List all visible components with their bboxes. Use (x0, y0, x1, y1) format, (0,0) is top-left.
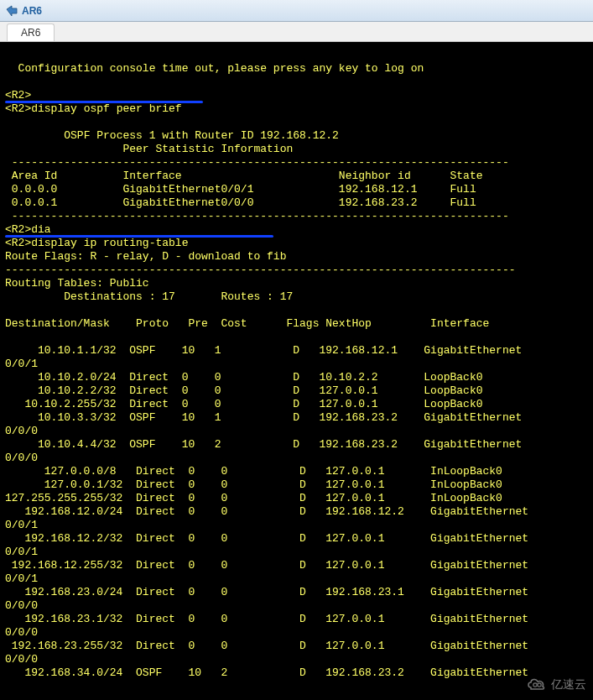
annotation-underline (5, 235, 273, 238)
command-routing: display ip routing-table (31, 237, 188, 249)
routing-title: Routing Tables: Public (5, 277, 149, 290)
route-row: 127.0.0.1/32 Direct 0 0 D 127.0.0.1 InLo… (5, 478, 502, 491)
ospf-peer-header: Peer Statistic Information (5, 143, 293, 155)
tabbar: AR6 (0, 22, 593, 42)
route-row: 192.168.34.0/24 OSPF 10 2 D 192.168.23.2… (5, 666, 528, 679)
prompt: <R2> (5, 102, 31, 115)
partial-cmd: dia (31, 223, 50, 236)
route-row: 0/0/0 (5, 452, 38, 464)
titlebar-title: AR6 (22, 5, 42, 17)
route-row: 192.168.23.0/24 Direct 0 0 D 192.168.23.… (5, 586, 528, 598)
ospf-row: 0.0.0.1 GigabitEthernet0/0/0 192.168.23.… (5, 196, 476, 209)
prompt: <R2> (5, 89, 31, 102)
dashline: ----------------------------------------… (5, 210, 509, 222)
route-row: 10.10.1.1/32 OSPF 10 1 D 192.168.12.1 Gi… (5, 344, 522, 357)
route-row: 192.168.23.1/32 Direct 0 0 D 127.0.0.1 G… (5, 613, 528, 625)
route-row: 0/0/0 (5, 425, 38, 437)
terminal[interactable]: Configuration console time out, please p… (0, 42, 593, 700)
dashline: ----------------------------------------… (5, 156, 509, 169)
route-row: 192.168.12.255/32 Direct 0 0 D 127.0.0.1… (5, 559, 528, 572)
titlebar: AR6 (0, 0, 593, 22)
watermark-text: 亿速云 (551, 677, 586, 692)
prompt: <R2> (5, 237, 31, 249)
app-icon (5, 4, 18, 18)
route-row: 127.0.0.0/8 Direct 0 0 D 127.0.0.1 InLoo… (5, 465, 502, 478)
command-ospf: display ospf peer brief (31, 102, 181, 115)
routing-summary: Destinations : 17 Routes : 17 (5, 290, 293, 303)
route-row: 192.168.12.0/24 Direct 0 0 D 192.168.12.… (5, 505, 528, 518)
dashline: ----------------------------------------… (5, 264, 516, 276)
route-flags: Route Flags: R - relay, D - download to … (5, 250, 286, 263)
route-row: 10.10.4.4/32 OSPF 10 2 D 192.168.23.2 Gi… (5, 438, 522, 451)
ospf-row: 0.0.0.0 GigabitEthernet0/0/1 192.168.12.… (5, 183, 476, 196)
route-row: 0/0/1 (5, 572, 38, 585)
route-row: 10.10.2.255/32 Direct 0 0 D 127.0.0.1 Lo… (5, 398, 483, 410)
route-row: 0/0/1 (5, 546, 38, 558)
route-row: 10.10.3.3/32 OSPF 10 1 D 192.168.23.2 Gi… (5, 411, 522, 424)
route-row: 192.168.23.255/32 Direct 0 0 D 127.0.0.1… (5, 640, 528, 652)
route-row: 192.168.12.2/32 Direct 0 0 D 127.0.0.1 G… (5, 532, 528, 545)
annotation-underline (5, 101, 203, 103)
console-warning: Configuration console time out, please p… (5, 62, 424, 75)
ospf-column-header: Area Id Interface Neighbor id State (5, 170, 483, 182)
tab-ar6[interactable]: AR6 (7, 24, 55, 41)
ospf-process-header: OSPF Process 1 with Router ID 192.168.12… (5, 129, 339, 142)
prompt: <R2> (5, 223, 31, 236)
route-row: 0/0/0 (5, 653, 38, 666)
watermark: 亿速云 (526, 676, 586, 693)
route-row: 0/0/1 (5, 519, 38, 531)
route-row: 0/0/0 (5, 599, 38, 612)
route-row: 0/0/0 (5, 626, 38, 639)
route-row: 127.255.255.255/32 Direct 0 0 D 127.0.0.… (5, 492, 502, 504)
svg-point-0 (533, 683, 537, 687)
svg-point-1 (538, 683, 541, 687)
route-column-header: Destination/Mask Proto Pre Cost Flags Ne… (5, 317, 489, 330)
route-row: 10.10.2.0/24 Direct 0 0 D 10.10.2.2 Loop… (5, 371, 483, 384)
route-row: 10.10.2.2/32 Direct 0 0 D 127.0.0.1 Loop… (5, 384, 483, 397)
cloud-icon (526, 676, 548, 693)
route-row: 0/0/1 (5, 358, 38, 370)
